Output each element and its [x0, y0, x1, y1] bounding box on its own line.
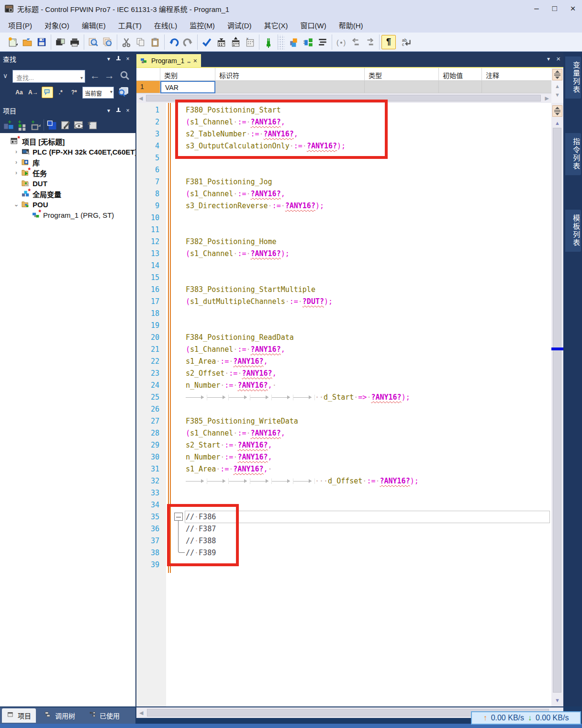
editor-scroll-up-icon[interactable]: ▲ — [555, 120, 560, 126]
convert-text-icon[interactable]: abc — [400, 35, 414, 49]
code-line-13[interactable]: 13(s1_Channel·:=·?ANY16?); — [136, 248, 551, 260]
grid-splitter-icon[interactable] — [552, 69, 562, 80]
verify-plc-icon[interactable]: × — [243, 35, 257, 49]
insert-fb-icon[interactable] — [301, 35, 315, 49]
identifier-cell[interactable] — [215, 81, 365, 93]
insert-variable-icon[interactable] — [287, 35, 301, 49]
code-line-32[interactable]: 32···d_Offset·:=·?ANY16?); — [136, 475, 551, 487]
find-icon[interactable] — [86, 35, 101, 49]
open-folder-icon[interactable] — [20, 35, 34, 49]
edit-object-icon[interactable] — [59, 118, 72, 132]
tree-item-program-1-prg-st-[interactable]: *Program_1 (PRG, ST) — [0, 210, 135, 220]
view-object-icon[interactable] — [72, 118, 86, 132]
code-line-29[interactable]: 29s2_Start·:=·?ANY16?, — [136, 439, 551, 451]
tree-expander-icon[interactable]: › — [12, 159, 20, 166]
row-number-cell[interactable]: 1 — [136, 81, 160, 93]
tree-item-dut[interactable]: DUT — [0, 178, 135, 189]
editor-vertical-scrollbar[interactable]: ▲ ▼ — [551, 103, 563, 706]
code-line-15[interactable]: 15 — [136, 272, 551, 284]
col-header-initial[interactable]: 初始值 — [439, 68, 482, 81]
match-case-button[interactable]: Aa — [13, 87, 25, 98]
menu-item-8[interactable]: 窗口(W) — [294, 18, 333, 33]
initial-cell[interactable] — [439, 81, 482, 93]
code-line-20[interactable]: 20F384_Positioning_ReadData — [136, 332, 551, 344]
code-line-9[interactable]: 9s3_DirectionReverse·:=·?ANY16?); — [136, 200, 551, 212]
new-object-icon[interactable] — [45, 118, 59, 132]
code-line-28[interactable]: 28(s1_Channel·:=·?ANY16?, — [136, 427, 551, 439]
code-editor[interactable]: 1F380_Positioning_Start2(s1_Channel·:=·?… — [136, 103, 551, 706]
document-close-icon[interactable]: × — [556, 55, 560, 63]
code-line-17[interactable]: 17(s1_dutMultipleChannels·:=·?DUT?); — [136, 296, 551, 308]
pin-icon[interactable] — [113, 56, 123, 63]
code-line-21[interactable]: 21(s1_Channel·:=·?ANY16?, — [136, 344, 551, 356]
tree-item-pou[interactable]: ⌄POU — [0, 199, 135, 210]
menu-item-1[interactable]: 对象(O) — [38, 18, 76, 33]
editor-splitter-icon[interactable] — [552, 105, 562, 117]
show-whitespace-icon[interactable]: ¶ — [381, 35, 396, 49]
col-header-type[interactable]: 类型 — [365, 68, 439, 81]
maximize-button[interactable]: □ — [547, 2, 563, 15]
code-line-7[interactable]: 7F381_Positioning_Jog — [136, 176, 551, 188]
instruction-list-icon[interactable] — [315, 35, 330, 49]
tree-item--[interactable]: *项目 [无标题] — [0, 136, 135, 146]
tree-expander-icon[interactable]: ⌄ — [12, 201, 20, 208]
menu-item-9[interactable]: 帮助(H) — [333, 18, 369, 33]
delete-object-icon[interactable]: × — [86, 118, 99, 132]
close-panel-icon[interactable]: × — [123, 56, 133, 62]
regex-button[interactable]: .* — [55, 87, 67, 98]
add-dut-icon[interactable]: + — [15, 118, 29, 132]
tab-list-dropdown-icon[interactable]: ▾ — [547, 56, 550, 62]
menu-item-3[interactable]: 工具(T) — [112, 18, 148, 33]
search-scope-select[interactable]: 当前窗 ▾ — [82, 87, 114, 99]
editor-vscroll-thumb[interactable] — [553, 128, 561, 693]
redo-icon[interactable] — [181, 35, 195, 49]
panel-menu-icon[interactable]: ▾ — [104, 56, 113, 62]
add-task-icon[interactable]: + — [29, 118, 42, 132]
code-line-6[interactable]: 6 — [136, 164, 551, 176]
search-all-windows-icon[interactable] — [117, 86, 130, 101]
right-dock-tab-2[interactable]: 模板列表 — [565, 210, 581, 252]
category-cell[interactable]: VAR — [160, 81, 215, 93]
tab-close-icon[interactable]: × — [193, 57, 197, 65]
expand-search-options-icon[interactable]: ∨ — [3, 72, 8, 79]
code-line-8[interactable]: 8(s1_Channel·:=·?ANY16?, — [136, 188, 551, 200]
code-line-31[interactable]: 31s1_Area·:=·?ANY16?,· — [136, 463, 551, 475]
search-comments-button[interactable] — [42, 87, 53, 98]
menu-item-6[interactable]: 调试(D) — [221, 18, 258, 33]
wildcard-button[interactable]: ?* — [68, 87, 80, 98]
grid-scroll-down-icon[interactable]: ▼ — [555, 92, 560, 98]
search-history-dropdown-icon[interactable]: ▾ — [80, 75, 83, 80]
code-line-26[interactable]: 26 — [136, 403, 551, 415]
menu-item-2[interactable]: 编辑(E) — [76, 18, 112, 33]
right-dock-tab-1[interactable]: 指令列表 — [565, 133, 581, 175]
dock-tab-1[interactable]: 调用树 — [39, 708, 80, 723]
scroll-right-icon[interactable]: ▶ — [545, 95, 549, 101]
tree-item--[interactable]: *全局变量 — [0, 189, 135, 199]
right-dock-tab-0[interactable]: 变量列表 — [565, 56, 581, 99]
save-icon[interactable] — [34, 35, 49, 49]
upload-from-plc-icon[interactable] — [228, 35, 243, 49]
copy-icon[interactable] — [134, 35, 148, 49]
editor-scroll-down-icon[interactable]: ▼ — [555, 697, 560, 703]
code-line-33[interactable]: 33 — [136, 487, 551, 499]
search-icon[interactable] — [120, 70, 130, 83]
jump-back-icon[interactable] — [348, 35, 363, 49]
code-line-12[interactable]: 12F382_Positioning_Home — [136, 236, 551, 248]
code-line-18[interactable]: 18 — [136, 308, 551, 320]
code-line-27[interactable]: 27F385_Positioning_WriteData — [136, 415, 551, 427]
pin-icon[interactable] — [113, 107, 123, 114]
code-line-30[interactable]: 30n_Number·:=·?ANY16?, — [136, 451, 551, 463]
find-next-button[interactable]: → — [104, 70, 114, 81]
download-to-plc-icon[interactable] — [214, 35, 228, 49]
col-header-comment[interactable]: 注释 — [482, 68, 551, 81]
close-panel-icon[interactable]: × — [123, 107, 133, 114]
print-icon[interactable] — [67, 35, 82, 49]
dock-tab-0[interactable]: 项目 — [2, 708, 36, 723]
panel-menu-icon[interactable]: ▾ — [104, 107, 113, 114]
add-pou-icon[interactable]: + — [2, 118, 15, 132]
search-input[interactable]: 查找... ▾ — [12, 70, 85, 83]
col-header-identifier[interactable]: 标识符 — [215, 68, 365, 81]
grid-scroll-up-icon[interactable]: ▲ — [555, 83, 560, 89]
dock-tab-2[interactable]: 已使用 — [84, 708, 124, 723]
tab-program-1[interactable]: Program_1 ▪▪ × — [136, 54, 201, 67]
